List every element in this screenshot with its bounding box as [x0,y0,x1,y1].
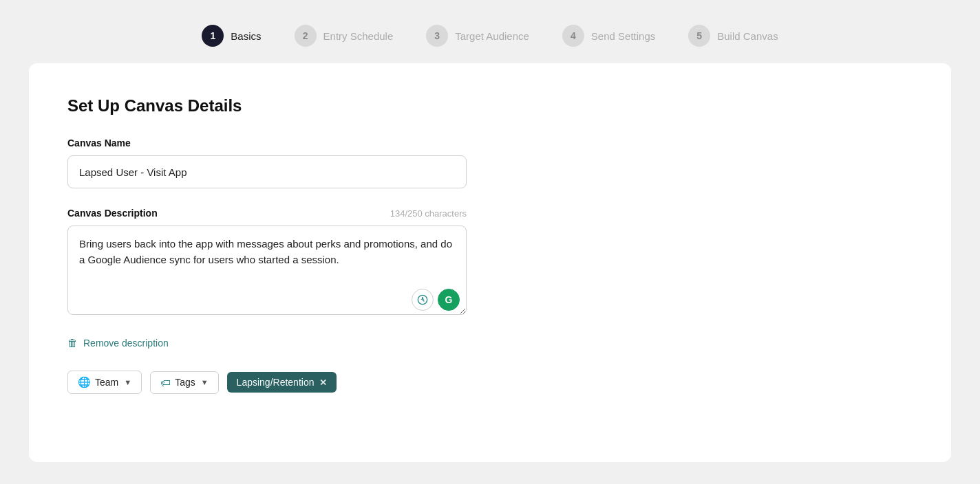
active-tag-chip: Lapsing/Retention ✕ [227,372,337,393]
step-2-circle: 2 [295,25,317,47]
tag-chip-close-button[interactable]: ✕ [319,377,327,388]
grammarly-letter: G [445,294,453,305]
team-chevron-icon: ▼ [124,378,131,386]
tags-chevron-icon: ▼ [201,378,209,386]
char-count: 134/250 characters [390,208,467,219]
canvas-name-input[interactable] [67,155,467,188]
step-5-circle: 5 [688,25,710,47]
step-2-label: Entry Schedule [323,30,394,42]
remove-description-link[interactable]: 🗑 Remove description [67,337,913,349]
textarea-wrapper: Bring users back into the app with messa… [67,226,467,318]
step-1-circle: 1 [202,25,224,47]
trash-icon: 🗑 [67,337,78,349]
stepper: 1 Basics 2 Entry Schedule 3 Target Audie… [28,14,952,63]
step-1-label: Basics [231,30,261,42]
card-title: Set Up Canvas Details [67,96,913,116]
active-tag-label: Lapsing/Retention [237,377,315,388]
canvas-name-label: Canvas Name [67,138,913,148]
ai-assist-icon-btn[interactable] [412,289,434,311]
canvas-name-field: Canvas Name [67,138,913,188]
canvas-description-label: Canvas Description [67,208,158,219]
textarea-icon-group: G [412,289,460,311]
step-2[interactable]: 2 Entry Schedule [295,25,394,47]
step-4-circle: 4 [562,25,584,47]
description-header: Canvas Description 134/250 characters [67,208,467,219]
tag-icon: 🏷 [160,377,171,388]
step-5[interactable]: 5 Build Canvas [688,25,778,47]
globe-icon: 🌐 [78,376,91,388]
tags-dropdown-button[interactable]: 🏷 Tags ▼ [150,371,218,394]
tags-button-label: Tags [175,377,195,388]
bottom-row: 🌐 Team ▼ 🏷 Tags ▼ Lapsing/Retention ✕ [67,371,913,394]
main-card: Set Up Canvas Details Canvas Name Canvas… [29,63,951,462]
step-3[interactable]: 3 Target Audience [426,25,529,47]
step-4[interactable]: 4 Send Settings [562,25,655,47]
canvas-description-textarea[interactable]: Bring users back into the app with messa… [67,226,467,315]
step-5-label: Build Canvas [717,30,778,42]
team-dropdown-button[interactable]: 🌐 Team ▼ [67,371,142,394]
step-1[interactable]: 1 Basics [202,25,261,47]
step-3-circle: 3 [426,25,448,47]
remove-description-label: Remove description [83,338,169,349]
team-button-label: Team [95,377,118,388]
grammarly-icon-btn[interactable]: G [438,289,460,311]
step-4-label: Send Settings [591,30,655,42]
step-3-label: Target Audience [455,30,529,42]
canvas-description-field: Canvas Description 134/250 characters Br… [67,208,913,318]
